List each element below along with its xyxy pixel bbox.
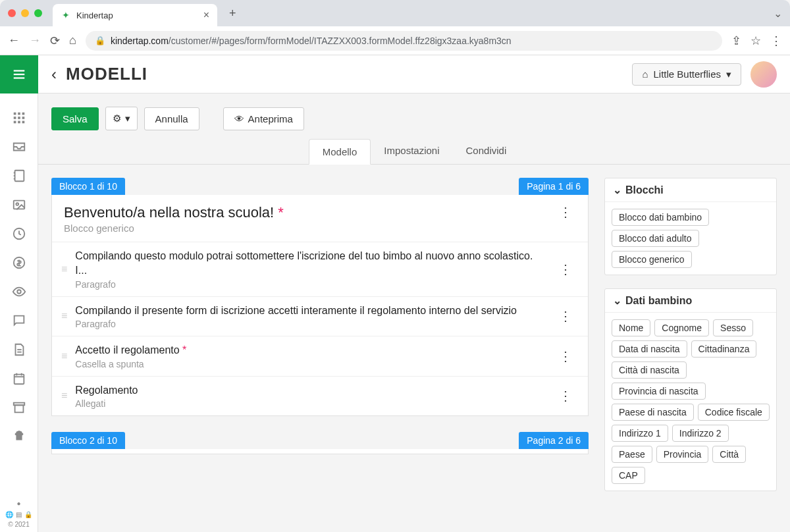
nav-forward-icon: → — [29, 34, 41, 47]
svg-rect-28 — [14, 405, 23, 412]
clock-icon[interactable] — [12, 226, 26, 241]
chip[interactable]: Paese di nascita — [612, 404, 694, 421]
photo-icon[interactable] — [12, 198, 26, 212]
chip[interactable]: Cittadinanza — [691, 340, 757, 358]
field-label: Accetto il regolamento * — [75, 343, 546, 358]
chip[interactable]: Nome — [612, 319, 650, 336]
chip[interactable]: Sesso — [713, 319, 753, 336]
svg-rect-8 — [22, 117, 24, 119]
chip[interactable]: Cognome — [654, 319, 709, 336]
browser-tab[interactable]: ✦ Kindertap × — [53, 4, 217, 26]
field-label: Regolamento — [75, 383, 546, 398]
more-icon[interactable]: ⋮ — [555, 308, 576, 324]
chip[interactable]: Città di nascita — [612, 361, 687, 379]
file-small-icon[interactable]: ▤ — [16, 511, 22, 518]
tabs-chevron-icon[interactable]: ⌄ — [774, 7, 782, 20]
bookmark-icon[interactable]: ☆ — [750, 34, 761, 48]
svg-point-20 — [17, 290, 21, 294]
window-minimize[interactable] — [21, 9, 29, 17]
chip[interactable]: Città — [712, 446, 746, 463]
nav-back-icon[interactable]: ← — [8, 34, 20, 47]
tab-share[interactable]: Condividi — [453, 138, 520, 164]
chip[interactable]: Provincia di nascita — [612, 383, 706, 400]
eye-icon: 👁 — [234, 113, 244, 124]
svg-rect-10 — [18, 121, 20, 124]
block-1-header: Blocco 1 di 10 Pagina 1 di 6 — [51, 178, 589, 195]
document-icon[interactable] — [12, 342, 26, 357]
more-icon[interactable]: ⋮ — [555, 388, 576, 404]
content-area: Blocco 1 di 10 Pagina 1 di 6 Benvenuto/a… — [38, 165, 790, 532]
drag-handle-icon[interactable]: ≡ — [61, 390, 66, 402]
browser-menu-icon[interactable]: ⋮ — [770, 34, 782, 48]
contacts-icon[interactable] — [12, 169, 26, 183]
app-root: ● 🌐 ▤ 🔒 © 2021 ‹ MODELLI ⌂ Little Butter… — [0, 55, 790, 532]
chip[interactable]: Indirizzo 1 — [612, 425, 668, 442]
block-title-row[interactable]: Benvenuto/a nella nostra scuola! * Blocc… — [52, 195, 588, 242]
drag-handle-icon[interactable]: ≡ — [61, 350, 66, 362]
field-row[interactable]: ≡ Compilando il presente form di iscrizi… — [52, 297, 588, 336]
field-row[interactable]: ≡ Regolamento Allegati ⋮ — [52, 377, 588, 415]
chef-icon[interactable] — [12, 429, 26, 444]
chip[interactable]: CAP — [612, 467, 645, 484]
chat-icon[interactable] — [12, 313, 26, 328]
share-icon[interactable]: ⇪ — [731, 34, 741, 48]
field-type: Allegati — [75, 398, 546, 409]
window-controls — [8, 9, 42, 17]
back-chevron-icon[interactable]: ‹ — [51, 65, 57, 84]
chip[interactable]: Codice fiscale — [698, 404, 770, 421]
copyright: © 2021 — [8, 521, 29, 528]
save-button[interactable]: Salva — [51, 107, 99, 130]
bubble-icon[interactable]: ● — [14, 498, 24, 508]
page-title: MODELLI — [66, 64, 147, 84]
tab-close-icon[interactable]: × — [203, 9, 209, 21]
window-maximize[interactable] — [34, 9, 42, 17]
tab-title: Kindertap — [76, 11, 198, 20]
more-icon[interactable]: ⋮ — [555, 348, 576, 364]
address-bar: ← → ⟳ ⌂ 🔒 kindertap.com/customer/#/pages… — [0, 26, 790, 55]
sidebar-footer: ● 🌐 ▤ 🔒 © 2021 — [5, 498, 32, 532]
chip[interactable]: Indirizzo 2 — [672, 425, 729, 442]
eye-icon[interactable] — [12, 284, 26, 299]
more-icon[interactable]: ⋮ — [555, 261, 576, 277]
dollar-icon[interactable] — [12, 255, 26, 270]
chip[interactable]: Data di nascita — [612, 340, 687, 358]
panel-header[interactable]: ⌄Dati bambino — [605, 289, 776, 313]
chip[interactable]: Blocco generico — [612, 251, 692, 268]
grid-icon[interactable] — [12, 111, 26, 125]
gear-dropdown[interactable]: ⚙ ▾ — [105, 107, 138, 130]
calendar-icon[interactable] — [12, 371, 26, 386]
inbox-icon[interactable] — [12, 140, 26, 154]
archive-icon[interactable] — [12, 400, 26, 415]
panel-header[interactable]: ⌄Blocchi — [605, 178, 776, 202]
drag-handle-icon[interactable]: ≡ — [61, 310, 66, 322]
drag-handle-icon[interactable]: ≡ — [61, 263, 66, 275]
svg-rect-4 — [18, 113, 20, 115]
chip[interactable]: Blocco dati bambino — [612, 209, 709, 226]
tab-model[interactable]: Modello — [309, 139, 371, 165]
page-badge: Pagina 1 di 6 — [519, 178, 589, 195]
field-row[interactable]: ≡ Accetto il regolamento * Casella a spu… — [52, 336, 588, 376]
chevron-down-icon: ⌄ — [613, 294, 621, 307]
org-dropdown[interactable]: ⌂ Little Butterflies ▾ — [632, 63, 741, 86]
chip[interactable]: Blocco dati adulto — [612, 230, 699, 247]
nav-home-icon[interactable]: ⌂ — [69, 34, 76, 47]
preview-button[interactable]: 👁Anteprima — [223, 107, 304, 130]
chip[interactable]: Provincia — [656, 446, 709, 463]
new-tab-button[interactable]: + — [223, 7, 243, 20]
chevron-down-icon: ⌄ — [613, 184, 621, 196]
cancel-button[interactable]: Annulla — [144, 107, 199, 130]
lock-small-icon[interactable]: 🔒 — [24, 511, 32, 518]
nav-reload-icon[interactable]: ⟳ — [50, 34, 60, 48]
hamburger-menu[interactable] — [0, 55, 38, 93]
field-row[interactable]: ≡ Compilando questo modulo potrai sottom… — [52, 242, 588, 297]
avatar[interactable] — [750, 61, 777, 88]
window-close[interactable] — [8, 9, 16, 17]
globe-icon[interactable]: 🌐 — [5, 511, 13, 518]
block-2-card — [51, 449, 589, 454]
more-icon[interactable]: ⋮ — [555, 204, 576, 220]
block-title: Benvenuto/a nella nostra scuola! * — [64, 204, 555, 221]
url-input[interactable]: 🔒 kindertap.com/customer/#/pages/form/fo… — [86, 31, 722, 51]
gear-icon: ⚙ — [113, 113, 121, 124]
tab-settings[interactable]: Impostazioni — [371, 138, 452, 164]
chip[interactable]: Paese — [612, 446, 652, 463]
